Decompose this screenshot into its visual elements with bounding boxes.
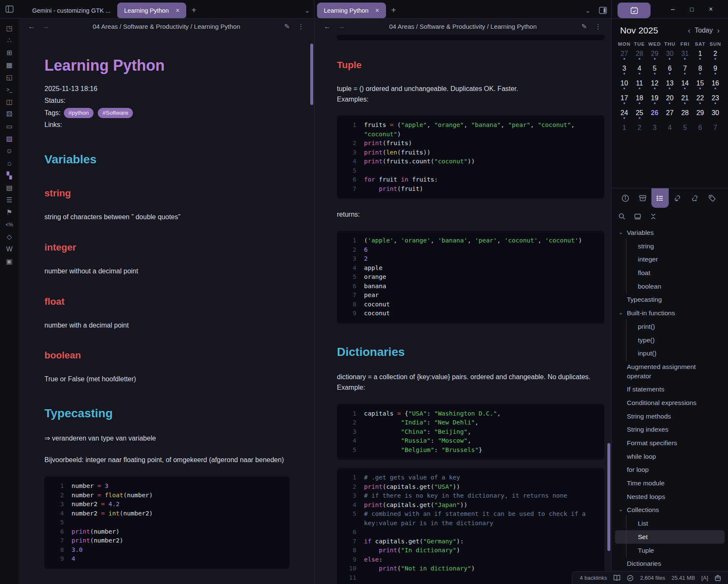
sync-check-icon[interactable] bbox=[627, 575, 634, 581]
calendar-day[interactable]: 8 bbox=[692, 62, 708, 77]
outline-item[interactable]: List bbox=[615, 517, 725, 530]
outline-item[interactable]: Time module bbox=[615, 477, 725, 490]
calendar-day[interactable]: 30 bbox=[662, 47, 678, 62]
outline-item[interactable]: Typecasting bbox=[615, 293, 725, 306]
calendar-day[interactable]: 16 bbox=[708, 77, 723, 92]
tab-learning-python-right[interactable]: Learning Python × bbox=[317, 3, 386, 18]
outline-item[interactable]: Set bbox=[615, 530, 725, 544]
tab-learning-python[interactable]: Learning Python × bbox=[117, 3, 186, 18]
flag-icon[interactable]: ⚑ bbox=[2, 206, 17, 218]
calendar-day[interactable]: 1 bbox=[692, 47, 708, 62]
calendar-day[interactable]: 29 bbox=[647, 47, 662, 62]
calendar-prev-icon[interactable]: ‹ bbox=[688, 26, 690, 35]
outline-item[interactable]: Tuple bbox=[615, 544, 725, 557]
outline-list-icon[interactable] bbox=[651, 188, 669, 208]
back-icon[interactable]: ← bbox=[320, 22, 334, 31]
close-tab-icon[interactable]: × bbox=[176, 7, 179, 14]
outline-item[interactable]: String indexes bbox=[615, 423, 725, 436]
terminal-icon[interactable]: >_ bbox=[2, 83, 17, 96]
calendar-day[interactable]: 21 bbox=[677, 92, 692, 107]
calendar-day-today[interactable]: 26 bbox=[647, 107, 662, 121]
incoming-links-icon[interactable] bbox=[669, 188, 686, 208]
calendar-day[interactable]: 15 bbox=[692, 77, 708, 92]
calendar-day[interactable]: 22 bbox=[692, 92, 708, 107]
outline-item[interactable]: Dictionaries bbox=[615, 557, 725, 570]
wikipedia-icon[interactable]: W bbox=[2, 243, 17, 255]
random-note-dice-icon[interactable]: ⚄ bbox=[2, 108, 17, 120]
calendar-day[interactable]: 3 bbox=[647, 121, 662, 136]
calendar-day[interactable]: 6 bbox=[662, 62, 678, 77]
periodic-notes-icon[interactable]: ▣ bbox=[2, 255, 17, 267]
calendar-day[interactable]: 4 bbox=[662, 121, 678, 136]
calendar-day[interactable]: 3 bbox=[617, 62, 632, 77]
note-content-left[interactable]: Learning Python 2025-11-13 18:16 Status:… bbox=[19, 34, 314, 584]
outline-item[interactable]: ⌄Built-in functions bbox=[615, 306, 725, 320]
more-options-icon[interactable]: ⋮ bbox=[591, 22, 605, 30]
daily-note-calendar-icon[interactable]: ▦ bbox=[2, 59, 17, 71]
forward-icon[interactable]: → bbox=[334, 22, 348, 31]
calendar-day[interactable]: 7 bbox=[677, 62, 692, 77]
outline-item[interactable]: String methods bbox=[615, 410, 725, 423]
tag-software[interactable]: #Software bbox=[98, 108, 133, 118]
outline-item[interactable]: while loop bbox=[615, 450, 725, 463]
edit-mode-icon[interactable]: ✎ bbox=[281, 22, 294, 30]
chevron-down-icon[interactable]: ⌄ bbox=[300, 3, 314, 18]
tags-icon[interactable] bbox=[703, 188, 721, 208]
outline-item[interactable]: Nested loops bbox=[615, 490, 725, 504]
outline-item[interactable]: Augmented assignment operator bbox=[615, 360, 725, 383]
forward-icon[interactable]: → bbox=[39, 22, 52, 31]
calendar-day[interactable]: 4 bbox=[632, 62, 647, 77]
more-options-icon[interactable]: ⋮ bbox=[294, 22, 308, 30]
toggle-left-sidebar-icon[interactable] bbox=[0, 0, 19, 18]
tag-python[interactable]: #python bbox=[64, 108, 94, 118]
database-icon[interactable]: ☰ bbox=[2, 194, 17, 206]
calendar-day[interactable]: 5 bbox=[647, 62, 662, 77]
calendar-day[interactable]: 2 bbox=[632, 121, 647, 136]
calendar-day[interactable]: 27 bbox=[617, 47, 632, 62]
calendar-day[interactable]: 1 bbox=[617, 121, 632, 136]
backlinks-count[interactable]: 4 backlinks bbox=[580, 575, 607, 581]
blocks-icon[interactable]: ▚ bbox=[2, 169, 17, 182]
archive-box-icon[interactable] bbox=[634, 188, 651, 208]
new-tab-button[interactable]: + bbox=[186, 3, 201, 18]
calendar-day[interactable]: 2 bbox=[708, 47, 723, 62]
note-content-right[interactable]: Tuple tuple = () ordered and unchangeabl… bbox=[314, 35, 611, 584]
breadcrumb[interactable]: 04 Areas / Software & Productivity / Lea… bbox=[52, 23, 281, 30]
outline-item[interactable]: string bbox=[615, 240, 725, 253]
calendar-day[interactable]: 13 bbox=[662, 77, 678, 92]
calendar-day[interactable]: 6 bbox=[692, 121, 708, 136]
vault-box-icon[interactable] bbox=[714, 575, 721, 581]
maximize-button[interactable]: □ bbox=[682, 6, 701, 13]
outline-item[interactable]: print() bbox=[615, 320, 725, 333]
close-tab-icon[interactable]: × bbox=[375, 7, 379, 14]
copy-icon[interactable]: ◱ bbox=[2, 71, 17, 83]
package-icon[interactable]: ◇ bbox=[2, 231, 17, 243]
reading-mode-book-icon[interactable] bbox=[613, 575, 620, 581]
home-icon[interactable]: ⌂ bbox=[2, 157, 17, 169]
calendar-day[interactable]: 28 bbox=[632, 47, 647, 62]
outline-item[interactable]: type() bbox=[615, 333, 725, 347]
kanban-icon[interactable]: ◫ bbox=[2, 96, 17, 108]
outline-item[interactable]: float bbox=[615, 266, 725, 280]
minimize-button[interactable]: – bbox=[663, 6, 682, 13]
templater-icon[interactable]: <% bbox=[2, 218, 17, 231]
calendar-day[interactable]: 30 bbox=[708, 107, 723, 121]
emoji-icon[interactable]: ☺ bbox=[2, 145, 17, 157]
calendar-day[interactable]: 31 bbox=[677, 47, 692, 62]
calendar-day[interactable]: 17 bbox=[617, 92, 632, 107]
outline-item[interactable]: ⌄Collections bbox=[615, 503, 725, 517]
calendar-day[interactable]: 5 bbox=[677, 121, 692, 136]
calendar-day[interactable]: 11 bbox=[632, 77, 647, 92]
toggle-right-sidebar-icon[interactable] bbox=[595, 3, 611, 18]
back-icon[interactable]: ← bbox=[25, 22, 39, 31]
quick-switcher-icon[interactable]: ◳ bbox=[2, 22, 17, 34]
edit-mode-icon[interactable]: ✎ bbox=[578, 22, 591, 30]
calendar-day[interactable]: 7 bbox=[708, 121, 723, 136]
info-icon[interactable] bbox=[617, 188, 634, 208]
calendar-day[interactable]: 12 bbox=[647, 77, 662, 92]
close-window-button[interactable]: × bbox=[701, 6, 720, 13]
breadcrumb[interactable]: 04 Areas / Software & Productivity / Lea… bbox=[348, 23, 578, 30]
outline-item[interactable]: ⌄Variables bbox=[615, 226, 725, 240]
outgoing-links-icon[interactable] bbox=[686, 188, 703, 208]
outline-item[interactable]: integer bbox=[615, 253, 725, 266]
